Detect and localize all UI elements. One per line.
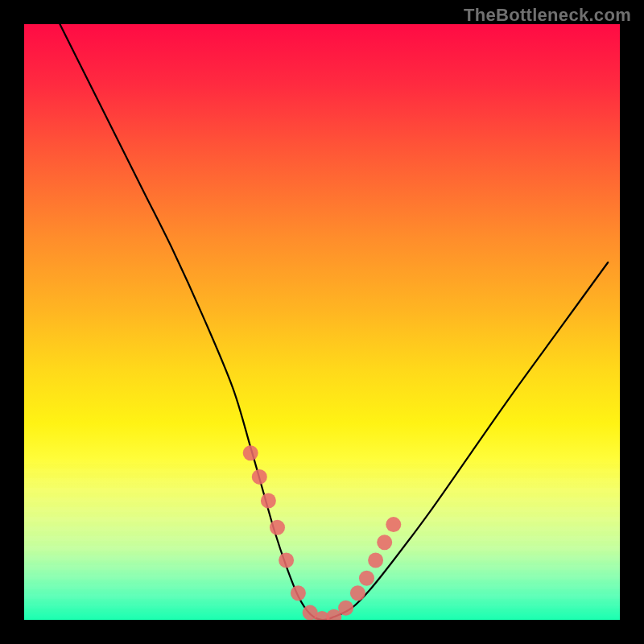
highlight-dot xyxy=(261,493,276,509)
highlight-dot xyxy=(243,445,258,460)
chart-frame: TheBottleneck.com xyxy=(0,0,644,644)
highlight-dot xyxy=(252,469,267,485)
bottleneck-curve xyxy=(60,24,608,620)
highlight-dot xyxy=(359,571,374,586)
plot-area xyxy=(24,24,620,620)
highlight-dots xyxy=(243,445,402,620)
chart-svg xyxy=(24,24,620,620)
highlight-dot xyxy=(386,517,401,532)
highlight-dot xyxy=(350,585,365,601)
highlight-dot xyxy=(377,535,392,550)
highlight-dot xyxy=(291,585,306,601)
highlight-dot xyxy=(368,553,383,568)
watermark-text: TheBottleneck.com xyxy=(464,5,631,26)
highlight-dot xyxy=(338,601,353,616)
highlight-dot xyxy=(270,520,285,535)
highlight-dot xyxy=(279,553,294,568)
